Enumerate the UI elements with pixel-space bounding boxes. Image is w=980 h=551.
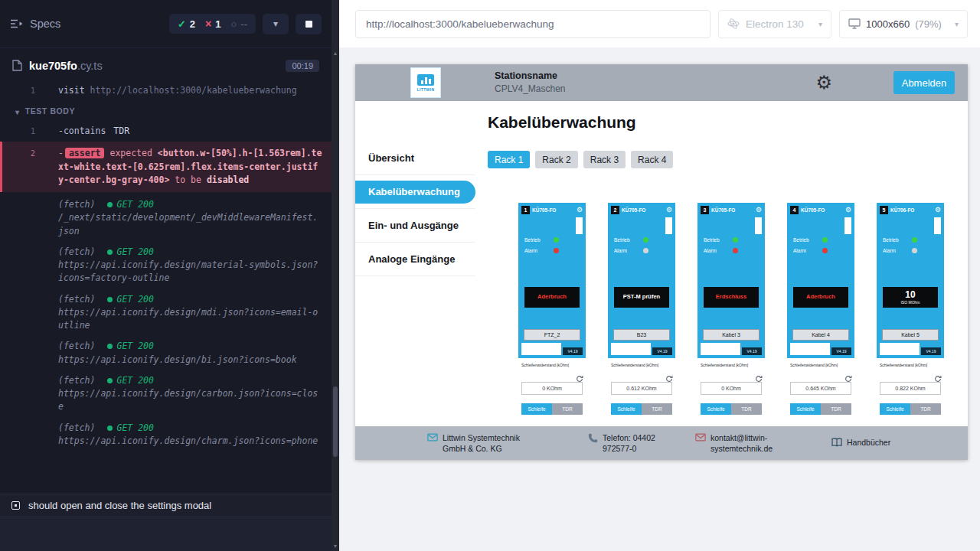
tab-rack-2[interactable]: Rack 2 [535, 151, 577, 168]
device-gear-icon[interactable]: ⚙ [666, 207, 672, 214]
cable-name: FTZ_2 [524, 329, 580, 341]
footer-phone[interactable]: Telefon: 04402 972577-0 [588, 432, 695, 454]
footer-manuals-link[interactable]: Handbücher [831, 437, 890, 449]
cable-name: Kabel 4 [792, 329, 849, 341]
fetch-log-row[interactable]: (fetch)GET 200 https://api.iconify.desig… [0, 370, 332, 418]
device-gear-icon[interactable]: ⚙ [756, 207, 762, 214]
fetch-log-row[interactable]: (fetch)GET 200 https://api.iconify.desig… [0, 242, 332, 289]
viewport-select[interactable]: 1000x660 (79%) ▾ [839, 10, 968, 38]
scroll-down-icon[interactable]: ▼ [332, 543, 339, 549]
spec-header[interactable]: kue705fo.cy.ts 00:19 [0, 48, 332, 83]
firmware-version: V4.19 [742, 347, 762, 355]
status-display: Aderbruch [793, 287, 848, 308]
tdr-button[interactable]: TDR [642, 403, 672, 415]
status-dot-icon [107, 297, 113, 302]
status-dot-icon [107, 378, 113, 383]
device-gear-icon[interactable]: ⚙ [845, 207, 851, 214]
status-dot-icon [107, 425, 113, 431]
specs-list-icon [10, 18, 23, 29]
scroll-up-icon[interactable]: ▲ [332, 51, 339, 56]
spec-duration: 00:19 [286, 60, 319, 72]
tdr-button[interactable]: TDR [910, 403, 941, 415]
fetch-log-row[interactable]: (fetch)GET 200 /_next/static/development… [0, 194, 332, 242]
settings-gear-icon[interactable]: ⚙ [815, 73, 832, 92]
collapse-button[interactable]: ▾ [263, 14, 289, 34]
device-display-blank [521, 343, 561, 355]
fetch-status: GET 200 [107, 198, 153, 211]
status-display: Erdschluss [704, 287, 759, 308]
schleife-button[interactable]: Schleife [611, 403, 642, 415]
schleife-button[interactable]: Schleife [701, 403, 731, 415]
schleife-button[interactable]: Schleife [790, 403, 821, 415]
tab-rack-3[interactable]: Rack 3 [583, 151, 626, 168]
reporter-scrollbar[interactable]: ▲ ▼ [332, 0, 339, 551]
device-port [934, 217, 941, 234]
browser-select[interactable]: Electron 130 ▾ [718, 10, 831, 38]
check-icon: ✓ [178, 18, 186, 30]
specs-button[interactable]: Specs [10, 18, 60, 30]
nav-item-kabelueberwachung[interactable]: Kabelüberwachung [355, 175, 475, 209]
cross-icon: × [205, 18, 211, 30]
schleife-button[interactable]: Schleife [521, 403, 552, 415]
fetch-log-row[interactable]: (fetch)GET 200 https://api.iconify.desig… [0, 418, 332, 452]
cypress-topbar: Specs ✓2 ×1 ○-- ▾ [0, 0, 332, 48]
command-visit[interactable]: 1 visit http://localhost:3000/kabelueber… [0, 83, 332, 99]
fetch-log-row[interactable]: (fetch)GET 200 https://api.iconify.desig… [0, 336, 332, 370]
chevron-down-icon: ▾ [15, 106, 20, 118]
fetch-log-row[interactable]: (fetch)GET 200 https://api.iconify.desig… [0, 289, 332, 337]
tab-rack-1[interactable]: Rack 1 [488, 151, 530, 168]
device-card-1: 1KÜ705-FO⚙ Betrieb Alarm Aderbruch FTZ_2… [518, 203, 586, 426]
aut-area: http://localhost:3000/kabelueberwachung … [339, 0, 980, 551]
stat-pending[interactable]: ○-- [230, 18, 247, 30]
alarm-led [554, 248, 559, 253]
station-label: Stationsname [495, 70, 566, 83]
tdr-button[interactable]: TDR [821, 403, 851, 415]
refresh-icon[interactable] [665, 372, 673, 386]
cypress-panel: Specs ✓2 ×1 ○-- ▾ kue705fo.cy.ts 00:19 1… [0, 0, 332, 551]
scrollbar-thumb[interactable] [333, 386, 338, 457]
next-test-row[interactable]: should open and close the settings modal [0, 494, 332, 517]
stat-failed[interactable]: ×1 [205, 18, 220, 30]
refresh-icon[interactable] [755, 372, 763, 386]
test-body-section[interactable]: ▾ TEST BODY [0, 99, 332, 123]
stat-passed[interactable]: ✓2 [178, 18, 195, 30]
stop-icon [305, 21, 312, 28]
tdr-button[interactable]: TDR [552, 403, 583, 415]
logout-button[interactable]: Abmelden [893, 71, 955, 94]
fetch-status: GET 200 [107, 422, 153, 435]
refresh-icon[interactable] [934, 372, 942, 386]
refresh-icon[interactable] [844, 372, 852, 386]
stop-button[interactable] [296, 14, 322, 34]
tdr-button[interactable]: TDR [731, 403, 762, 415]
tab-rack-4[interactable]: Rack 4 [631, 151, 673, 168]
footer-company[interactable]: Littwin Systemtechnik GmbH & Co. KG [427, 432, 588, 454]
schleife-button[interactable]: Schleife [880, 403, 910, 415]
browser-bar: http://localhost:3000/kabelueberwachung … [339, 0, 980, 47]
resistance-panel: Schleifenwiderstand [kOhm] 0.822 KOhm Sc… [877, 358, 944, 426]
refresh-icon[interactable] [576, 372, 583, 386]
command-assert-failed[interactable]: 2 -assertexpected <button.w-[50%].h-[1.5… [0, 142, 332, 192]
firmware-version: V4.19 [831, 347, 851, 355]
fetch-status: GET 200 [107, 293, 153, 306]
status-display: Aderbruch [524, 287, 580, 308]
resistance-value: 0.822 KOhm [880, 382, 941, 395]
command-contains[interactable]: 1 -containsTDR [0, 123, 332, 139]
footer-email[interactable]: kontakt@littwin-systemtechnik.de [695, 432, 831, 454]
chevron-down-icon: ▾ [273, 19, 278, 28]
betrieb-led [912, 237, 917, 243]
test-block-icon [11, 501, 20, 510]
nav-item-uebersicht[interactable]: Übersicht [355, 142, 475, 175]
littwin-logo: LITTWIN [410, 67, 441, 98]
firmware-version: V4.19 [563, 347, 583, 355]
device-gear-icon[interactable]: ⚙ [577, 207, 583, 214]
firmware-version: V4.19 [921, 347, 941, 355]
file-icon [12, 60, 22, 71]
nav-item-ein-und-ausgaenge[interactable]: Ein- und Ausgänge [355, 209, 475, 243]
device-display-blank [790, 343, 830, 355]
device-gear-icon[interactable]: ⚙ [935, 207, 941, 214]
url-input[interactable]: http://localhost:3000/kabelueberwachung [355, 10, 710, 38]
page-title: Kabelüberwachung [488, 113, 968, 132]
nav-item-analoge-eingaenge[interactable]: Analoge Eingänge [355, 243, 475, 276]
alarm-led [912, 248, 917, 253]
test-stats[interactable]: ✓2 ×1 ○-- [169, 14, 256, 34]
